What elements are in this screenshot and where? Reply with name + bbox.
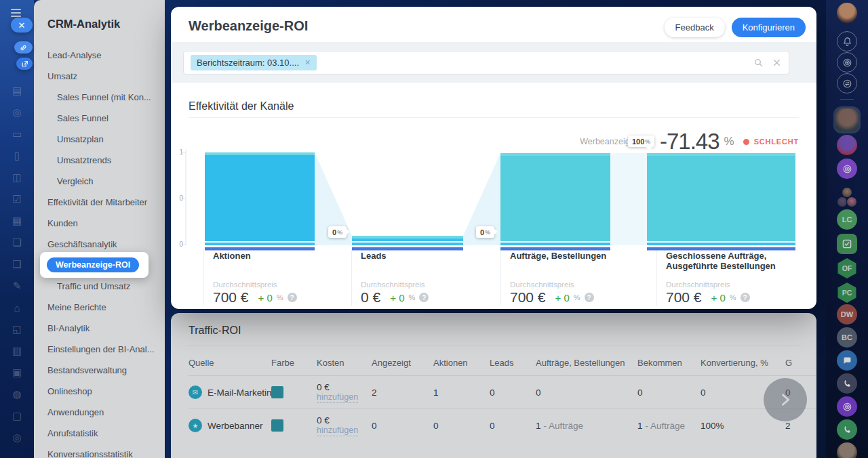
table-row[interactable]: ✉E-Mail-Marketing0 €hinzufügen2100000 xyxy=(189,375,816,409)
document-icon[interactable]: ▤ xyxy=(0,80,34,102)
funnel-chart[interactable]: 1000%0%100% xyxy=(178,133,800,251)
sidebar-item[interactable]: Konversationsstatistik xyxy=(34,444,165,458)
help-icon[interactable]: ? xyxy=(741,293,750,302)
chat-bc[interactable]: BC xyxy=(837,327,857,348)
sidebar-item-werbeanzeige-roi[interactable]: Werbeanzeige-ROI xyxy=(40,252,149,278)
sidebar-item[interactable]: Meine Berichte xyxy=(34,297,165,318)
avg-price-row: 700 €+ 0%? xyxy=(213,289,297,306)
column-header[interactable]: Farbe xyxy=(271,351,317,375)
color-swatch[interactable] xyxy=(271,419,283,432)
user-avatar[interactable] xyxy=(837,3,857,23)
notifications-button[interactable] xyxy=(837,31,857,51)
menu-icon[interactable] xyxy=(11,9,21,17)
color-swatch[interactable] xyxy=(271,386,283,398)
contact-icon[interactable]: ◱ xyxy=(0,318,34,340)
sidebar-item[interactable]: Umsatzplan xyxy=(34,129,165,150)
copilot-chat[interactable] xyxy=(837,159,857,179)
people-icon[interactable]: ◎ xyxy=(0,427,34,449)
feedback-button[interactable]: Feedback xyxy=(665,18,725,37)
close-menu-button[interactable]: ✕ xyxy=(11,18,33,33)
people-icon[interactable]: ◎ xyxy=(0,102,34,123)
column-header[interactable]: Konvertierung, % xyxy=(701,351,785,375)
sidebar-item[interactable]: Einstellungen der BI-Anal... xyxy=(34,339,165,360)
box-icon[interactable]: ▢ xyxy=(0,405,34,427)
search-icon[interactable] xyxy=(753,58,764,68)
sidebar-item[interactable]: BI-Analytik xyxy=(34,318,165,339)
disc-icon[interactable]: ◍ xyxy=(0,383,34,405)
clear-filter-icon[interactable] xyxy=(772,58,782,68)
copilot-chat[interactable] xyxy=(837,396,857,417)
check-icon[interactable]: ☑ xyxy=(0,188,34,210)
filter-chip[interactable]: Berichtszeitraum: 03.10.... ✕ xyxy=(191,55,317,70)
chat-avatar[interactable] xyxy=(837,135,857,155)
remove-filter-icon[interactable]: ✕ xyxy=(304,58,311,67)
call-chat[interactable] xyxy=(837,373,857,394)
color-cell[interactable] xyxy=(271,376,317,409)
sidebar-item[interactable]: Traffic und Umsatz xyxy=(34,276,165,297)
copilot-button[interactable] xyxy=(837,52,857,72)
copy-link-button[interactable] xyxy=(14,41,33,54)
sidebar-item[interactable]: Sales Funnel xyxy=(34,108,165,129)
open-in-new-window-button[interactable] xyxy=(16,58,33,70)
column-header[interactable]: Aufträge, Bestellungen xyxy=(536,351,637,375)
file-icon[interactable]: ▯ xyxy=(0,145,34,167)
column-header[interactable]: G xyxy=(785,351,816,375)
filter-search-bar[interactable]: Berichtszeitraum: 03.10.... ✕ xyxy=(183,51,789,75)
home-icon[interactable]: ⌂ xyxy=(0,297,34,318)
column-header[interactable]: Angezeigt xyxy=(372,351,433,375)
chat-dw[interactable]: DW xyxy=(837,304,857,325)
chat-avatar[interactable] xyxy=(837,442,857,458)
sidebar-item[interactable]: Vergleich xyxy=(34,171,165,192)
selected-item-pill[interactable]: Werbeanzeige-ROI xyxy=(47,257,139,272)
column-header[interactable]: Leads xyxy=(490,351,536,375)
sidebar-item[interactable]: Effektivität der Mitarbeiter xyxy=(34,192,165,213)
sidebar-item[interactable]: Kunden xyxy=(34,213,165,234)
chat-pc[interactable]: PC xyxy=(837,283,857,303)
app-window: ▤◎▭▯◫☑▦❏❑✎⌂◱▥▣◍▢◎ ✕ CRM-Analytik Lead-An… xyxy=(0,0,868,458)
add-cost-link[interactable]: hinzufügen xyxy=(317,392,358,403)
table-scroll-right-button[interactable] xyxy=(764,378,807,421)
add-cost-link[interactable]: hinzufügen xyxy=(317,425,358,436)
chat-icon[interactable]: ❑ xyxy=(0,253,34,275)
help-icon[interactable]: ? xyxy=(585,293,594,302)
column-header[interactable]: Bekommen xyxy=(637,351,701,375)
configure-button[interactable]: Konfigurieren xyxy=(732,18,806,37)
stage-label: Leads xyxy=(361,249,494,261)
source-cell: ✉E-Mail-Marketing xyxy=(189,376,271,409)
cart-icon[interactable]: ▣ xyxy=(0,362,34,383)
sidebar-item[interactable]: Umsatz xyxy=(34,66,165,87)
sidebar-item[interactable]: Umsatztrends xyxy=(34,150,165,171)
board-icon[interactable]: ◫ xyxy=(0,167,34,188)
sidebar-item[interactable]: Anrufstatistik xyxy=(34,423,165,444)
chat-lc[interactable]: LC xyxy=(837,209,857,230)
group-chat-avatar[interactable] xyxy=(837,187,857,207)
color-cell[interactable] xyxy=(271,409,317,442)
call-chat[interactable] xyxy=(837,419,857,440)
funnel-stage-summary: LeadsDurchschnittspreis0 €+ 0%? xyxy=(351,249,494,306)
sidebar-item[interactable]: Lead-Analyse xyxy=(34,45,165,66)
column-header[interactable]: Kosten xyxy=(317,351,372,375)
sidebar-item[interactable]: Sales Funnel (mit Kon... xyxy=(34,87,165,108)
pen-icon[interactable]: ✎ xyxy=(0,275,34,297)
calendar-icon[interactable]: ▦ xyxy=(0,210,34,232)
werbeanzeige-roi-panel: Werbeanzeige-ROI Feedback Konfigurieren … xyxy=(171,7,816,309)
chat-avatar[interactable] xyxy=(835,108,859,131)
tasks-chat[interactable] xyxy=(837,234,857,254)
comments-chat[interactable] xyxy=(837,350,857,371)
folder-icon[interactable]: ❏ xyxy=(0,232,34,253)
sidebar-item[interactable]: Onlineshop xyxy=(34,381,165,402)
sidebar-item[interactable]: Bestandsverwaltung xyxy=(34,360,165,381)
help-icon[interactable]: ? xyxy=(419,293,429,302)
phone-icon xyxy=(842,424,853,436)
app-icons-column: ▤◎▭▯◫☑▦❏❑✎⌂◱▥▣◍▢◎ xyxy=(0,80,34,449)
column-header[interactable]: Quelle xyxy=(189,351,271,375)
messenger-button[interactable] xyxy=(837,73,857,93)
card-icon[interactable]: ▭ xyxy=(0,123,34,145)
chat-of[interactable]: OF xyxy=(837,258,857,278)
help-icon[interactable]: ? xyxy=(288,293,297,302)
chart-icon[interactable]: ▥ xyxy=(0,340,34,362)
table-row[interactable]: ★Werbebanner0 €hinzufügen0001- Aufträge1… xyxy=(189,409,816,442)
value-cell: 0 xyxy=(433,409,490,442)
column-header[interactable]: Aktionen xyxy=(433,351,490,375)
sidebar-item[interactable]: Anwendungen xyxy=(34,402,165,423)
